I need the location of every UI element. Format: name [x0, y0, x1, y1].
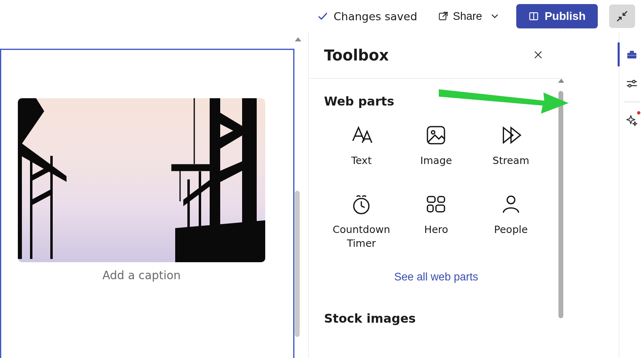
person-icon	[500, 193, 522, 216]
book-open-icon	[528, 11, 539, 22]
toolbox-title: Toolbox	[324, 47, 389, 64]
svg-rect-40	[627, 55, 636, 56]
svg-rect-36	[436, 205, 444, 211]
webpart-label: Countdown Timer	[329, 223, 394, 250]
webpart-label: Stream	[493, 154, 529, 168]
webpart-text[interactable]: Text	[324, 120, 399, 172]
sliders-icon	[626, 78, 638, 90]
svg-line-32	[361, 206, 365, 207]
svg-point-37	[507, 196, 515, 204]
webpart-label: Hero	[424, 223, 448, 237]
svg-rect-39	[630, 51, 634, 53]
rail-settings-button[interactable]	[619, 69, 644, 98]
svg-rect-5	[30, 160, 32, 259]
save-status-text: Changes saved	[333, 10, 417, 23]
toolbox-scrollbar[interactable]	[558, 79, 564, 358]
checkmark-icon	[317, 11, 328, 22]
scroll-up-arrow-icon	[558, 79, 564, 83]
svg-rect-34	[438, 196, 444, 202]
svg-rect-6	[50, 156, 53, 259]
close-icon	[533, 50, 543, 60]
webpart-label: Text	[351, 154, 372, 168]
chevron-down-icon	[489, 11, 500, 22]
publish-label: Publish	[545, 10, 586, 23]
hero-icon	[425, 193, 447, 216]
svg-marker-8	[30, 188, 53, 206]
webpart-stream[interactable]: Stream	[474, 120, 548, 172]
collapse-panel-button[interactable]	[609, 4, 635, 28]
webpart-label: Image	[420, 154, 452, 168]
image-icon	[425, 124, 447, 147]
svg-point-44	[628, 84, 631, 87]
right-rail	[619, 32, 644, 358]
publish-button[interactable]: Publish	[516, 4, 598, 28]
toolbox-body: Web parts Text Image	[309, 79, 564, 358]
editor-top-bar: Changes saved Share Publish	[313, 0, 644, 32]
rail-toolbox-button[interactable]	[619, 40, 644, 69]
image-content-left-structure	[18, 98, 91, 259]
svg-rect-33	[427, 196, 435, 202]
share-button[interactable]: Share	[433, 7, 505, 26]
image-caption-input[interactable]: Add a caption	[18, 269, 265, 282]
toolbox-panel: Toolbox Web parts Text	[308, 32, 564, 358]
toolbox-scroll-thumb[interactable]	[558, 91, 563, 318]
stream-icon	[500, 124, 522, 147]
webparts-section-title: Web parts	[324, 94, 548, 108]
webpart-people[interactable]: People	[474, 189, 548, 254]
rail-separator	[624, 101, 640, 102]
svg-rect-26	[427, 127, 444, 144]
share-label: Share	[453, 10, 482, 23]
toolbox-header: Toolbox	[309, 32, 564, 79]
webpart-label: People	[494, 223, 528, 237]
text-icon	[350, 124, 373, 147]
svg-point-27	[431, 131, 435, 134]
notification-dot-icon	[637, 111, 640, 114]
stock-images-section-title: Stock images	[324, 311, 548, 326]
canvas-scroll-thumb[interactable]	[295, 191, 300, 337]
rail-copilot-button[interactable]	[619, 106, 644, 135]
sparkle-icon	[626, 114, 638, 126]
webpart-countdown-timer[interactable]: Countdown Timer	[324, 189, 399, 254]
page-canvas: Add a caption	[0, 32, 307, 358]
svg-rect-35	[427, 205, 433, 211]
share-icon	[438, 11, 448, 22]
webpart-image[interactable]: Image	[399, 120, 473, 172]
see-all-webparts-link[interactable]: See all web parts	[392, 270, 481, 284]
webpart-hero[interactable]: Hero	[399, 189, 473, 254]
svg-marker-4	[21, 143, 67, 182]
collapse-icon	[616, 10, 628, 22]
toolbox-close-button[interactable]	[530, 47, 546, 64]
svg-rect-20	[199, 171, 201, 228]
svg-point-42	[632, 80, 635, 83]
scroll-up-arrow-icon	[295, 37, 301, 41]
webparts-grid: Text Image Stream	[324, 120, 548, 254]
save-status: Changes saved	[313, 8, 421, 25]
image-content-right-structure	[175, 98, 265, 262]
clock-icon	[350, 193, 373, 216]
image-webpart[interactable]	[18, 98, 265, 262]
svg-rect-19	[187, 179, 190, 228]
toolbox-icon	[626, 48, 638, 60]
canvas-scrollbar[interactable]	[295, 37, 300, 358]
